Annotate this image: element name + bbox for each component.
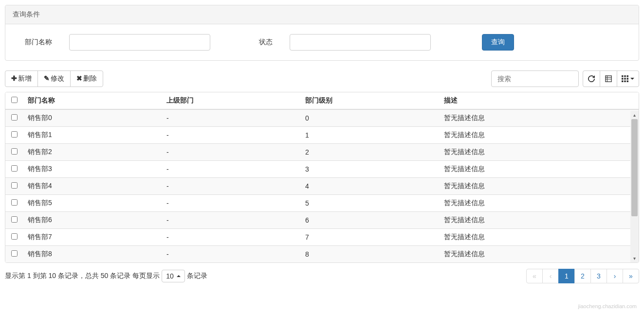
row-checkbox[interactable] <box>11 114 18 121</box>
data-table: 部门名称 上级部门 部门级别 描述 销售部0-0暂无描述信息销售部1-1暂无描述… <box>5 92 639 262</box>
header-dept-name[interactable]: 部门名称 <box>23 92 162 109</box>
refresh-button[interactable] <box>583 70 600 87</box>
cell-parent-dept: - <box>162 161 300 178</box>
delete-button-label: 删除 <box>83 74 97 84</box>
cell-dept-level: 6 <box>300 212 439 229</box>
refresh-icon <box>588 75 595 82</box>
cell-parent-dept: - <box>162 144 300 161</box>
svg-rect-6 <box>627 75 629 77</box>
cell-parent-dept: - <box>162 229 300 246</box>
scroll-down-icon[interactable]: ▾ <box>630 254 639 262</box>
table-row[interactable]: 销售部7-7暂无描述信息 <box>5 229 639 246</box>
row-checkbox[interactable] <box>11 148 18 155</box>
delete-button[interactable]: ✖删除 <box>70 70 103 87</box>
cell-description: 暂无描述信息 <box>439 127 639 144</box>
page-size-value: 10 <box>166 272 174 280</box>
row-checkbox[interactable] <box>11 131 18 138</box>
status-label: 状态 <box>247 38 282 47</box>
cell-dept-level: 7 <box>300 229 439 246</box>
table-row[interactable]: 销售部8-8暂无描述信息 <box>5 246 639 263</box>
x-icon: ✖ <box>76 74 82 84</box>
row-checkbox[interactable] <box>11 182 18 189</box>
page-next[interactable]: › <box>607 269 623 283</box>
header-dept-level[interactable]: 部门级别 <box>300 92 439 109</box>
table-row[interactable]: 销售部2-2暂无描述信息 <box>5 144 639 161</box>
page-3[interactable]: 3 <box>590 269 607 283</box>
cell-dept-name: 销售部5 <box>23 195 162 212</box>
cell-description: 暂无描述信息 <box>439 229 639 246</box>
row-checkbox[interactable] <box>11 250 18 257</box>
scrollbar[interactable]: ▴ ▾ <box>630 111 639 262</box>
cell-dept-name: 销售部7 <box>23 229 162 246</box>
header-parent-dept[interactable]: 上级部门 <box>162 92 300 109</box>
toolbar-right <box>491 70 639 87</box>
page-2[interactable]: 2 <box>574 269 591 283</box>
cell-description: 暂无描述信息 <box>439 161 639 178</box>
page-1[interactable]: 1 <box>558 269 575 283</box>
svg-rect-8 <box>624 78 626 80</box>
cell-description: 暂无描述信息 <box>439 109 639 127</box>
cell-dept-level: 8 <box>300 246 439 263</box>
toolbar: ✚新增 ✎修改 ✖删除 <box>5 70 639 87</box>
svg-rect-7 <box>622 78 624 80</box>
edit-button[interactable]: ✎修改 <box>37 70 71 87</box>
header-description[interactable]: 描述 <box>439 92 639 109</box>
cell-parent-dept: - <box>162 109 300 127</box>
cell-description: 暂无描述信息 <box>439 212 639 229</box>
action-button-group: ✚新增 ✎修改 ✖删除 <box>5 70 103 87</box>
grid-icon <box>622 75 628 82</box>
table-row[interactable]: 销售部3-3暂无描述信息 <box>5 161 639 178</box>
cell-description: 暂无描述信息 <box>439 144 639 161</box>
cell-dept-name: 销售部8 <box>23 246 162 263</box>
cell-dept-level: 2 <box>300 144 439 161</box>
plus-icon: ✚ <box>11 74 17 84</box>
add-button[interactable]: ✚新增 <box>5 70 38 87</box>
table-row[interactable]: 销售部0-0暂无描述信息 <box>5 109 639 127</box>
table-row[interactable]: 销售部5-5暂无描述信息 <box>5 195 639 212</box>
select-all-checkbox[interactable] <box>11 97 18 103</box>
columns-button[interactable] <box>617 70 639 87</box>
toggle-view-button[interactable] <box>600 70 617 87</box>
add-button-label: 新增 <box>18 74 32 84</box>
chevron-down-icon <box>630 78 634 80</box>
pagination-info-prefix: 显示第 1 到第 10 条记录，总共 50 条记录 每页显示 <box>5 272 160 280</box>
row-checkbox[interactable] <box>11 216 18 223</box>
cell-parent-dept: - <box>162 195 300 212</box>
cell-parent-dept: - <box>162 178 300 195</box>
page-size-select[interactable]: 10 <box>162 270 185 282</box>
status-input[interactable] <box>290 34 431 51</box>
cell-dept-level: 0 <box>300 109 439 127</box>
cell-parent-dept: - <box>162 212 300 229</box>
table-row[interactable]: 销售部1-1暂无描述信息 <box>5 127 639 144</box>
cell-dept-name: 销售部0 <box>23 109 162 127</box>
table-row[interactable]: 销售部6-6暂无描述信息 <box>5 212 639 229</box>
row-checkbox[interactable] <box>11 199 18 206</box>
scroll-thumb[interactable] <box>631 119 638 216</box>
query-panel-title: 查询条件 <box>5 5 639 24</box>
cell-parent-dept: - <box>162 127 300 144</box>
page-prev[interactable]: ‹ <box>542 269 559 283</box>
table-footer: 显示第 1 到第 10 条记录，总共 50 条记录 每页显示 10 条记录 « … <box>5 269 639 283</box>
pagination-info-suffix: 条记录 <box>187 272 207 280</box>
query-panel: 查询条件 部门名称 状态 查询 <box>5 5 639 61</box>
query-panel-body: 部门名称 状态 查询 <box>5 24 639 60</box>
dept-name-input[interactable] <box>69 34 210 51</box>
cell-dept-level: 3 <box>300 161 439 178</box>
pagination: « ‹ 1 2 3 › » <box>526 269 639 283</box>
cell-description: 暂无描述信息 <box>439 246 639 263</box>
cell-description: 暂无描述信息 <box>439 178 639 195</box>
data-table-container: 部门名称 上级部门 部门级别 描述 销售部0-0暂无描述信息销售部1-1暂无描述… <box>5 92 639 263</box>
cell-description: 暂无描述信息 <box>439 195 639 212</box>
cell-dept-name: 销售部2 <box>23 144 162 161</box>
search-input[interactable] <box>491 70 579 87</box>
search-button[interactable]: 查询 <box>482 34 514 51</box>
page-last[interactable]: » <box>623 269 639 283</box>
scroll-up-icon[interactable]: ▴ <box>630 111 639 119</box>
cell-dept-level: 1 <box>300 127 439 144</box>
row-checkbox[interactable] <box>11 165 18 172</box>
page-first[interactable]: « <box>526 269 543 283</box>
row-checkbox[interactable] <box>11 233 18 240</box>
cell-dept-name: 销售部3 <box>23 161 162 178</box>
table-row[interactable]: 销售部4-4暂无描述信息 <box>5 178 639 195</box>
cell-dept-level: 4 <box>300 178 439 195</box>
